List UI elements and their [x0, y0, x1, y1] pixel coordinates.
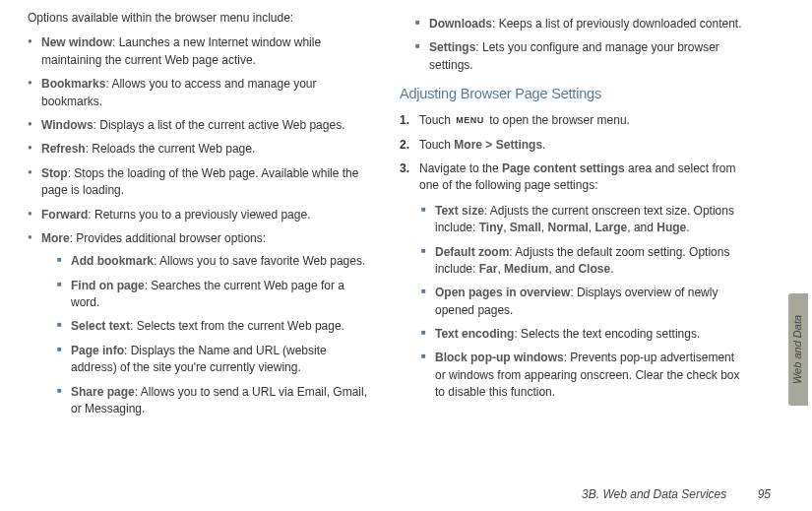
desc: : Keeps a list of previously downloaded …	[492, 17, 742, 31]
term: Forward	[41, 208, 88, 222]
list-item: Settings: Lets you configure and manage …	[415, 39, 746, 74]
list-item: Text size: Adjusts the current onscreen …	[421, 203, 746, 237]
footer-section: 3B. Web and Data Services	[582, 487, 726, 501]
list-item: Add bookmark: Allows you to save favorit…	[57, 253, 372, 270]
desc: : Reloads the current Web page.	[86, 142, 256, 156]
separator: >	[482, 138, 496, 152]
left-column: Options available within the browser men…	[28, 10, 392, 424]
opt: Far	[479, 262, 498, 276]
term: Find on page	[71, 279, 145, 292]
section-heading: Adjusting Browser Page Settings	[400, 84, 746, 104]
term: Bookmarks	[41, 77, 105, 91]
desc: : Displays a list of the current active …	[94, 118, 345, 132]
list-item: Share page: Allows you to send a URL via…	[57, 384, 372, 418]
page-footer: 3B. Web and Data Services 95	[582, 486, 771, 503]
step-text: .	[542, 138, 545, 152]
term: Select text	[71, 319, 130, 333]
term: Add bookmark	[71, 254, 154, 268]
list-item: Text encoding: Selects the text encoding…	[421, 326, 746, 343]
side-thumb-tab: Web and Data	[788, 293, 808, 406]
options-list: New window: Launches a new Internet wind…	[28, 34, 372, 417]
step-text: Touch	[419, 138, 454, 152]
term: Settings	[496, 138, 542, 152]
more-sublist: Add bookmark: Allows you to save favorit…	[57, 253, 372, 417]
desc: : Stops the loading of the Web page. Ava…	[41, 166, 358, 197]
menu-icon: MENU	[454, 113, 486, 128]
term: Page content settings	[502, 161, 625, 175]
term: Text size	[435, 204, 484, 218]
list-item: Downloads: Keeps a list of previously do…	[415, 16, 746, 32]
step-text: Touch	[419, 113, 454, 127]
desc: : Selects the text encoding settings.	[514, 327, 700, 341]
list-item: Open pages in overview: Displays overvie…	[421, 285, 746, 319]
opt: Large	[595, 221, 628, 234]
desc: : Provides additional browser options:	[70, 231, 266, 245]
right-column: Downloads: Keeps a list of previously do…	[392, 10, 756, 424]
term: Refresh	[41, 142, 86, 156]
opt: Close	[578, 262, 610, 276]
term: Windows	[41, 118, 94, 132]
list-item: Find on page: Searches the current Web p…	[57, 278, 372, 312]
footer-page-number: 95	[758, 486, 771, 503]
desc: : Returns you to a previously viewed pag…	[88, 208, 310, 222]
term: New window	[41, 35, 112, 49]
list-item: New window: Launches a new Internet wind…	[28, 34, 372, 69]
intro-text: Options available within the browser men…	[28, 10, 372, 27]
step-item: Touch MENU to open the browser menu.	[400, 112, 746, 129]
term: Stop	[41, 166, 68, 180]
term: Page info	[71, 344, 124, 357]
term: Share page	[71, 385, 135, 399]
term: Open pages in overview	[435, 286, 570, 299]
desc: : Allows you to save favorite Web pages.	[154, 254, 365, 268]
list-item: Refresh: Reloads the current Web page.	[28, 141, 372, 158]
steps-list: Touch MENU to open the browser menu. Tou…	[400, 112, 746, 401]
list-item: More: Provides additional browser option…	[28, 230, 372, 418]
step-text: Navigate to the	[419, 161, 502, 175]
term: Block pop-up windows	[435, 351, 564, 364]
list-item: Bookmarks: Allows you to access and mana…	[28, 76, 372, 110]
list-item: Default zoom: Adjusts the default zoom s…	[421, 244, 746, 279]
term: Text encoding	[435, 327, 514, 341]
step-item: Touch More > Settings.	[400, 137, 746, 154]
term: Settings	[429, 40, 475, 54]
step-item: Navigate to the Page content settings ar…	[400, 160, 746, 402]
term: Default zoom	[435, 245, 509, 259]
opt: Huge	[656, 221, 686, 234]
step-text: to open the browser menu.	[486, 113, 630, 127]
list-item: Stop: Stops the loading of the Web page.…	[28, 165, 372, 200]
page-settings-list: Text size: Adjusts the current onscreen …	[421, 203, 746, 402]
term: More	[454, 138, 482, 152]
opt: Medium	[504, 262, 548, 276]
desc: : Selects text from the current Web page…	[130, 319, 344, 333]
opt: Small	[510, 221, 541, 234]
term: Downloads	[429, 17, 492, 31]
list-item: Select text: Selects text from the curre…	[57, 318, 372, 335]
opt: Normal	[548, 221, 589, 234]
list-item: Page info: Displays the Name and URL (we…	[57, 343, 372, 377]
list-item: Forward: Returns you to a previously vie…	[28, 207, 372, 224]
side-tab-label: Web and Data	[790, 315, 806, 384]
opt: Tiny	[479, 221, 503, 234]
list-item: Windows: Displays a list of the current …	[28, 117, 372, 134]
more-continued-list: Downloads: Keeps a list of previously do…	[415, 16, 746, 74]
list-item: Block pop-up windows: Prevents pop-up ad…	[421, 350, 746, 401]
term: More	[41, 231, 70, 245]
